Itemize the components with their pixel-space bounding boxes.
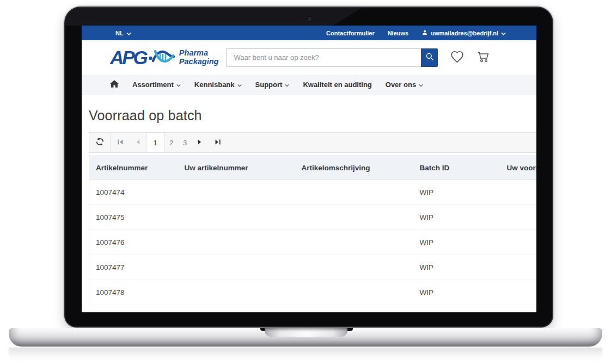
nav-item-kennisbank[interactable]: Kennisbank — [194, 81, 242, 89]
cell-uw-artikelnummer — [178, 230, 295, 255]
cell-artikelomschrijving — [295, 205, 413, 230]
cell-batch-id: WIP — [413, 180, 500, 205]
col-header-artikelnummer: Artikelnummer — [89, 156, 178, 180]
laptop-mockup: NL Contactformulier Nieuws uwmailadres@b… — [0, 0, 611, 364]
search-input[interactable] — [226, 48, 421, 67]
nav-home[interactable] — [110, 80, 119, 89]
last-page-icon — [215, 139, 221, 147]
user-icon — [421, 29, 428, 37]
next-page-button[interactable] — [192, 133, 208, 152]
col-header-artikelomschrijving: Artikelomschrijving — [295, 156, 413, 180]
cell-uw-voorraad — [500, 180, 537, 205]
home-icon — [110, 80, 119, 89]
search-icon — [425, 52, 434, 63]
batch-table: Artikelnummer Uw artikelnummer Artikelom… — [89, 156, 536, 305]
laptop-bezel: NL Contactformulier Nieuws uwmailadres@b… — [64, 7, 553, 328]
col-header-uw-artikelnummer: Uw artikelnummer — [178, 156, 295, 180]
page-button-3[interactable]: 3 — [178, 133, 192, 152]
account-menu[interactable]: uwmailadres@bedrijf.nl — [421, 29, 506, 37]
refresh-button[interactable] — [89, 133, 111, 152]
search-button[interactable] — [421, 48, 438, 67]
cell-uw-artikelnummer — [178, 255, 295, 280]
nav-item-label: Kennisbank — [194, 81, 235, 89]
cell-batch-id: WIP — [413, 230, 500, 255]
nav-item-label: Assortiment — [132, 81, 174, 89]
cell-artikelomschrijving — [295, 180, 413, 205]
topbar-link-contactformulier[interactable]: Contactformulier — [326, 30, 375, 36]
pagination-toolbar: 1 2 3 — [89, 132, 536, 153]
cart-button[interactable] — [476, 51, 490, 65]
cell-batch-id: WIP — [413, 280, 500, 305]
nav-item-label: Support — [255, 81, 283, 89]
screen: NL Contactformulier Nieuws uwmailadres@b… — [82, 26, 536, 312]
table-row: 1007476 WIP — [89, 230, 537, 255]
main-content: Voorraad op batch — [82, 108, 536, 305]
page-button-2[interactable]: 2 — [164, 133, 178, 152]
webcam-dot — [308, 17, 311, 21]
logo-tagline-line1: Pharma — [179, 49, 219, 58]
refresh-icon — [95, 137, 105, 148]
nav-item-kwaliteit-en-auditing[interactable]: Kwaliteit en auditing — [303, 81, 371, 89]
cell-uw-artikelnummer — [178, 280, 295, 305]
heart-icon — [450, 50, 465, 65]
prev-page-icon — [135, 139, 141, 147]
cell-uw-voorraad — [500, 230, 537, 255]
nav-item-assortiment[interactable]: Assortiment — [132, 81, 181, 89]
cell-artikelnummer: 1007474 — [89, 180, 178, 205]
cell-batch-id: WIP — [413, 255, 500, 280]
laptop-reflection — [9, 348, 602, 363]
cell-artikelomschrijving — [295, 280, 413, 305]
table-row: 1007477 WIP — [89, 255, 537, 280]
header-icons — [450, 50, 490, 65]
cell-artikelnummer: 1007475 — [89, 205, 178, 230]
wishlist-button[interactable] — [450, 50, 465, 65]
chevron-down-icon — [237, 81, 242, 89]
table-row: 1007474 WIP — [89, 180, 537, 205]
language-selector[interactable]: NL — [115, 30, 131, 36]
laptop-hinge-notch — [265, 328, 347, 337]
laptop-base — [9, 328, 602, 347]
site-header: APG Pharma Packaging — [82, 40, 536, 75]
cell-uw-voorraad — [500, 280, 537, 305]
table-row: 1007475 WIP — [89, 205, 537, 230]
first-page-icon — [117, 139, 124, 147]
logo-tagline-line2: Packaging — [179, 58, 219, 66]
nav-item-over-ons[interactable]: Over ons — [386, 81, 423, 89]
nav-item-label: Kwaliteit en auditing — [303, 81, 371, 89]
chevron-down-icon — [176, 81, 181, 89]
main-nav: Assortiment Kennisbank Support Kwaliteit… — [82, 75, 536, 95]
logo-tagline: Pharma Packaging — [179, 49, 219, 66]
prev-page-button[interactable] — [130, 133, 146, 152]
cell-uw-artikelnummer — [178, 180, 295, 205]
last-page-button[interactable] — [208, 133, 228, 152]
cell-uw-voorraad — [500, 255, 537, 280]
first-page-button[interactable] — [111, 133, 130, 152]
cell-batch-id: WIP — [413, 205, 500, 230]
nav-item-label: Over ons — [386, 81, 416, 89]
page-button-1[interactable]: 1 — [146, 133, 164, 152]
topbar-link-nieuws[interactable]: Nieuws — [388, 30, 409, 36]
cell-artikelnummer: 1007476 — [89, 230, 178, 255]
table-row: 1007478 WIP — [89, 280, 537, 305]
nav-item-support[interactable]: Support — [255, 81, 290, 89]
chevron-down-icon — [501, 30, 506, 36]
topbar: NL Contactformulier Nieuws uwmailadres@b… — [82, 26, 536, 40]
batch-grid: 1 2 3 — [89, 132, 536, 305]
logo-text: APG — [110, 48, 146, 67]
search-bar — [226, 48, 438, 67]
cell-artikelnummer: 1007478 — [89, 280, 178, 305]
cell-artikelnummer: 1007477 — [89, 255, 178, 280]
logo[interactable]: APG Pharma Packaging — [110, 47, 218, 68]
page-title: Voorraad op batch — [89, 108, 536, 124]
col-header-batch-id: Batch ID — [413, 156, 500, 180]
cart-icon — [476, 51, 490, 65]
dna-icon — [149, 47, 176, 68]
chevron-down-icon — [419, 81, 423, 89]
col-header-uw-voorraad: Uw voorraad — [500, 156, 537, 180]
cell-uw-voorraad — [500, 205, 537, 230]
language-label: NL — [115, 30, 124, 36]
next-page-icon — [197, 139, 203, 147]
cell-uw-artikelnummer — [178, 205, 295, 230]
cell-artikelomschrijving — [295, 255, 413, 280]
chevron-down-icon — [285, 81, 289, 89]
